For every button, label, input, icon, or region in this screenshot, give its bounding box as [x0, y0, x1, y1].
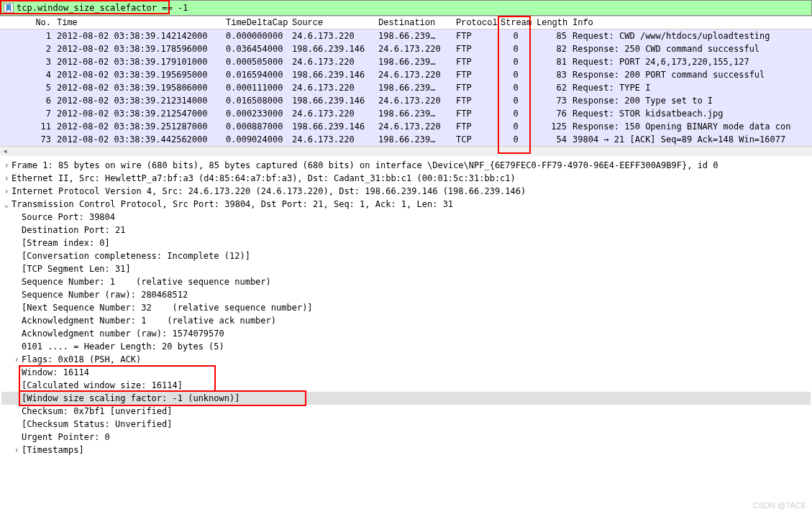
packet-row[interactable]: 72012-08-02 03:38:39.2125470000.00023300…: [0, 107, 812, 120]
tcp-urgent-pointer[interactable]: Urgent Pointer: 0: [1, 431, 811, 444]
col-header-source[interactable]: Source: [289, 17, 375, 29]
cell-proto: FTP: [453, 56, 498, 68]
packet-row[interactable]: 52012-08-02 03:38:39.1958060000.00011100…: [0, 81, 812, 94]
col-header-no[interactable]: No.: [0, 17, 54, 29]
col-header-stream[interactable]: Stream: [498, 17, 534, 29]
tcp-checksum-status[interactable]: [Checksum Status: Unverified]: [1, 418, 811, 431]
packet-row[interactable]: 12012-08-02 03:38:39.1421420000.00000000…: [0, 29, 812, 42]
expand-icon[interactable]: ›: [1, 185, 12, 198]
packet-row[interactable]: 32012-08-02 03:38:39.1791010000.00050500…: [0, 55, 812, 68]
bookmark-icon[interactable]: [4, 3, 14, 13]
cell-delta: 0.036454000: [223, 43, 289, 55]
col-header-length[interactable]: Length: [534, 17, 570, 29]
cell-src: 198.66.239.146: [289, 121, 375, 132]
tree-item-timestamps[interactable]: ›[Timestamps]: [1, 444, 811, 456]
cell-stream: 0: [498, 43, 534, 55]
collapse-icon[interactable]: ⌄: [1, 198, 12, 211]
cell-delta: 0.016508000: [223, 95, 289, 106]
cell-delta: 0.016594000: [223, 69, 289, 81]
cell-src: 198.66.239.146: [289, 69, 375, 81]
expand-icon[interactable]: ›: [1, 172, 12, 185]
cell-dst: 198.66.239…: [375, 108, 453, 119]
tree-item-ethernet[interactable]: ›Ethernet II, Src: HewlettP_a7:bf:a3 (d4…: [1, 172, 811, 185]
cell-len: 82: [534, 43, 570, 55]
tree-item-frame[interactable]: ›Frame 1: 85 bytes on wire (680 bits), 8…: [1, 159, 811, 172]
col-header-delta[interactable]: TimeDeltaCap: [223, 17, 289, 29]
scroll-left-arrow[interactable]: ◂: [0, 147, 10, 157]
cell-no: 73: [0, 134, 54, 145]
cell-no: 2: [0, 43, 54, 55]
cell-len: 125: [534, 121, 570, 132]
cell-dst: 24.6.173.220: [375, 95, 453, 106]
col-header-protocol[interactable]: Protocol: [453, 17, 498, 29]
cell-info: Request: CWD /www/htdocs/uploadtesting: [570, 30, 812, 42]
cell-len: 81: [534, 56, 570, 68]
tree-item-ip[interactable]: ›Internet Protocol Version 4, Src: 24.6.…: [1, 185, 811, 198]
packet-row[interactable]: 22012-08-02 03:38:39.1785960000.03645400…: [0, 42, 812, 55]
cell-len: 54: [534, 134, 570, 145]
cell-stream: 0: [498, 30, 534, 42]
tcp-dest-port[interactable]: Destination Port: 21: [1, 224, 811, 237]
cell-stream: 0: [498, 69, 534, 81]
cell-no: 4: [0, 69, 54, 81]
tcp-seq-number[interactable]: Sequence Number: 1 (relative sequence nu…: [1, 275, 811, 288]
horizontal-scrollbar[interactable]: ◂: [0, 146, 812, 156]
tcp-seq-raw[interactable]: Sequence Number (raw): 280468512: [1, 288, 811, 301]
tcp-checksum[interactable]: Checksum: 0x7bf1 [unverified]: [1, 405, 811, 418]
display-filter-bar[interactable]: tcp.window_size_scalefactor == -1: [0, 0, 812, 16]
packet-row[interactable]: 62012-08-02 03:38:39.2123140000.01650800…: [0, 94, 812, 107]
packet-list-header[interactable]: No. Time TimeDeltaCap Source Destination…: [0, 17, 812, 29]
cell-info: Request: PORT 24,6,173,220,155,127: [570, 56, 812, 68]
col-header-info[interactable]: Info: [570, 17, 812, 29]
cell-time: 2012-08-02 03:38:39.142142000: [54, 30, 223, 42]
tcp-window-scale-factor[interactable]: [Window size scaling factor: -1 (unknown…: [1, 392, 811, 405]
tree-item-flags[interactable]: ›Flags: 0x018 (PSH, ACK): [1, 353, 811, 366]
cell-proto: FTP: [453, 95, 498, 106]
cell-info: Request: TYPE I: [570, 82, 812, 93]
expand-icon[interactable]: ›: [12, 444, 22, 456]
cell-proto: TCP: [453, 134, 498, 145]
cell-stream: 0: [498, 134, 534, 145]
cell-src: 24.6.173.220: [289, 134, 375, 145]
packet-row[interactable]: 112012-08-02 03:38:39.2512870000.0008870…: [0, 120, 812, 133]
cell-dst: 24.6.173.220: [375, 43, 453, 55]
cell-src: 24.6.173.220: [289, 56, 375, 68]
packet-list-pane[interactable]: No. Time TimeDeltaCap Source Destination…: [0, 16, 812, 146]
tcp-calc-window[interactable]: [Calculated window size: 16114]: [1, 379, 811, 392]
cell-len: 83: [534, 69, 570, 81]
tcp-ack-raw[interactable]: Acknowledgment number (raw): 1574079570: [1, 327, 811, 340]
packet-details-pane[interactable]: ›Frame 1: 85 bytes on wire (680 bits), 8…: [0, 156, 812, 510]
cell-proto: FTP: [453, 82, 498, 93]
cell-stream: 0: [498, 108, 534, 119]
tcp-window[interactable]: Window: 16114: [1, 366, 811, 379]
tcp-conv-completeness[interactable]: [Conversation completeness: Incomplete (…: [1, 249, 811, 262]
cell-delta: 0.000111000: [223, 82, 289, 93]
cell-stream: 0: [498, 56, 534, 68]
tcp-next-seq[interactable]: [Next Sequence Number: 32 (relative sequ…: [1, 301, 811, 314]
display-filter-input[interactable]: tcp.window_size_scalefactor == -1: [17, 3, 188, 13]
cell-delta: 0.000887000: [223, 121, 289, 132]
cell-len: 62: [534, 82, 570, 93]
tcp-stream-index[interactable]: [Stream index: 0]: [1, 237, 811, 249]
cell-time: 2012-08-02 03:38:39.178596000: [54, 43, 223, 55]
watermark: CSDN @7ACE: [753, 501, 806, 510]
tcp-ack-number[interactable]: Acknowledgment Number: 1 (relative ack n…: [1, 314, 811, 327]
col-header-destination[interactable]: Destination: [375, 17, 453, 29]
expand-icon[interactable]: ›: [1, 159, 12, 172]
cell-dst: 198.66.239…: [375, 134, 453, 145]
expand-icon[interactable]: ›: [12, 353, 22, 366]
cell-time: 2012-08-02 03:38:39.179101000: [54, 56, 223, 68]
cell-stream: 0: [498, 121, 534, 132]
tree-item-tcp[interactable]: ⌄Transmission Control Protocol, Src Port…: [1, 198, 811, 211]
packet-row[interactable]: 42012-08-02 03:38:39.1956950000.01659400…: [0, 68, 812, 81]
tcp-source-port[interactable]: Source Port: 39804: [1, 211, 811, 224]
cell-delta: 0.000505000: [223, 56, 289, 68]
cell-src: 24.6.173.220: [289, 30, 375, 42]
cell-proto: FTP: [453, 69, 498, 81]
cell-src: 198.66.239.146: [289, 95, 375, 106]
col-header-time[interactable]: Time: [54, 17, 223, 29]
tcp-header-len[interactable]: 0101 .... = Header Length: 20 bytes (5): [1, 340, 811, 353]
tcp-segment-len[interactable]: [TCP Segment Len: 31]: [1, 262, 811, 275]
cell-info: Response: 250 CWD command successful: [570, 43, 812, 55]
packet-row[interactable]: 732012-08-02 03:38:39.4425620000.0090240…: [0, 133, 812, 146]
